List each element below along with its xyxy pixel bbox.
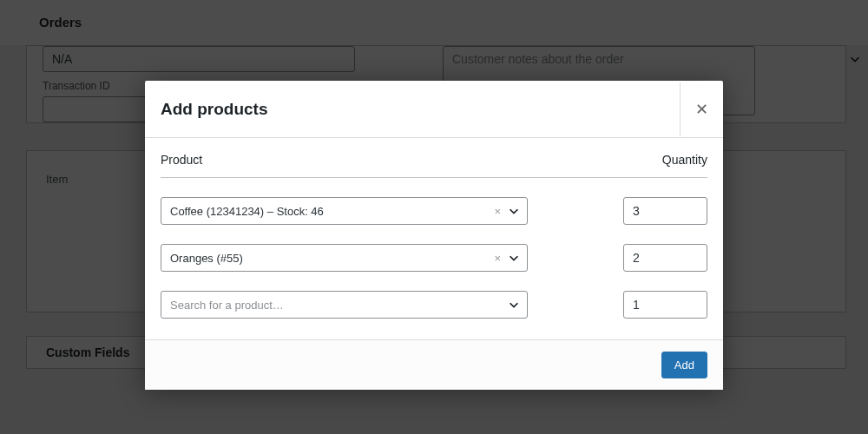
close-button[interactable]: ✕	[680, 82, 723, 136]
add-button[interactable]: Add	[661, 352, 707, 378]
product-row: Search for a product…	[161, 291, 707, 319]
product-select-value: Coffee (12341234) – Stock: 46	[170, 205, 324, 218]
add-products-modal: Add products ✕ Product Quantity Coffee (…	[145, 81, 723, 390]
clear-icon[interactable]: ×	[494, 252, 501, 265]
chevron-down-icon	[508, 252, 520, 264]
close-icon: ✕	[695, 100, 708, 119]
quantity-input[interactable]	[623, 197, 707, 225]
product-select[interactable]: Coffee (12341234) – Stock: 46 ×	[161, 197, 528, 225]
chevron-down-icon	[508, 205, 520, 217]
product-select[interactable]: Oranges (#55) ×	[161, 244, 528, 272]
clear-icon[interactable]: ×	[494, 205, 501, 218]
quantity-input[interactable]	[623, 244, 707, 272]
modal-column-headers: Product Quantity	[161, 138, 707, 178]
product-select[interactable]: Search for a product…	[161, 291, 528, 319]
modal-header: Add products ✕	[145, 81, 723, 138]
product-select-value: Oranges (#55)	[170, 252, 243, 265]
quantity-input[interactable]	[623, 291, 707, 319]
product-row: Coffee (12341234) – Stock: 46 ×	[161, 197, 707, 225]
product-select-placeholder: Search for a product…	[170, 299, 284, 312]
quantity-column-header: Quantity	[662, 153, 707, 167]
modal-body: Product Quantity Coffee (12341234) – Sto…	[145, 138, 723, 339]
chevron-down-icon	[508, 299, 520, 311]
modal-title: Add products	[145, 81, 268, 137]
modal-footer: Add	[145, 339, 723, 390]
product-row: Oranges (#55) ×	[161, 244, 707, 272]
product-column-header: Product	[161, 153, 202, 167]
